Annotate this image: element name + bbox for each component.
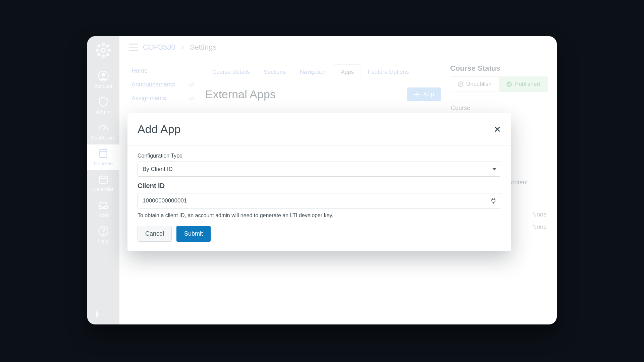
client-id-label: Client ID xyxy=(138,182,501,190)
config-type-label: Configuration Type xyxy=(138,153,501,159)
modal-close-button[interactable]: ✕ xyxy=(494,125,501,134)
submit-button[interactable]: Submit xyxy=(176,226,211,242)
modal-title: Add App xyxy=(138,123,181,136)
cancel-button[interactable]: Cancel xyxy=(138,226,172,242)
modal-body: Configuration Type By Client ID Client I… xyxy=(127,145,511,251)
modal-actions: Cancel Submit xyxy=(138,226,501,242)
config-type-select[interactable]: By Client ID xyxy=(138,162,501,177)
close-icon: ✕ xyxy=(494,124,501,134)
config-type-select-wrap: By Client ID xyxy=(138,162,501,177)
app-window: Account Admin Dashboard Courses Calendar… xyxy=(87,36,557,324)
client-id-input[interactable] xyxy=(138,193,501,208)
modal-header: Add App ✕ xyxy=(127,113,511,145)
client-id-hint: To obtain a client ID, an account admin … xyxy=(138,213,501,219)
plug-icon xyxy=(490,198,496,204)
add-app-modal: Add App ✕ Configuration Type By Client I… xyxy=(127,113,511,251)
client-id-input-wrap xyxy=(138,193,501,208)
